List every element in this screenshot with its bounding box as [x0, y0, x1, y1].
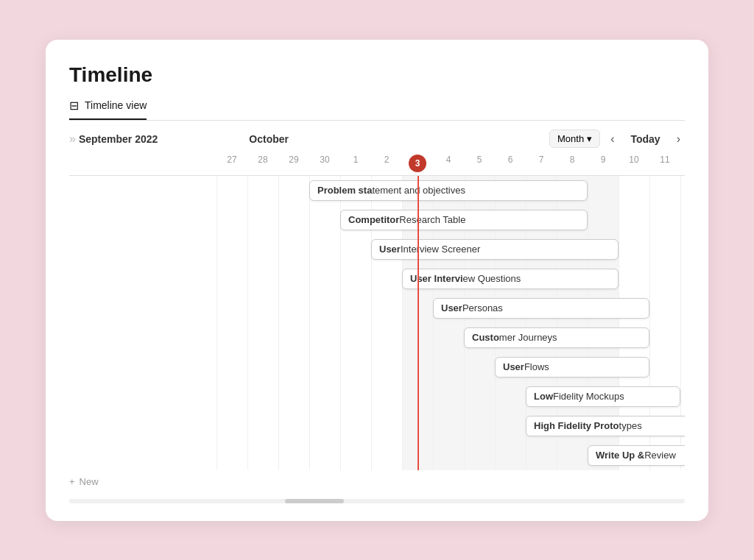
- task-bar-rest: Fidelity Mockups: [553, 391, 624, 402]
- today-button[interactable]: Today: [624, 130, 666, 148]
- controls-right: Month ▾ ‹ Today ›: [549, 130, 685, 149]
- task-bar-bold: User: [503, 361, 524, 372]
- task-row: User Flows: [69, 352, 685, 382]
- gantt-body: Problem statement and objectivesCompetit…: [69, 176, 685, 470]
- date-cell-11: 11: [649, 155, 680, 172]
- task-rows: Problem statement and objectivesCompetit…: [69, 176, 685, 470]
- task-bar-bold: Low: [534, 391, 553, 402]
- task-bar[interactable]: User Flows: [495, 357, 649, 378]
- date-cell-2: 2: [371, 155, 402, 172]
- task-row: Competitor Research Table: [69, 205, 685, 235]
- main-card: Timeline ⊟ Timeline view » September 202…: [46, 40, 708, 521]
- task-row: Low Fidelity Mockups: [69, 382, 685, 411]
- date-cell-7: 7: [526, 155, 557, 172]
- task-bar[interactable]: High Fidelity Prototypes: [526, 416, 685, 436]
- period-label: Month: [557, 133, 584, 144]
- task-bar-bold: User: [441, 302, 462, 313]
- task-bar-area: User Interview Questions: [216, 264, 685, 294]
- task-row: Customer Journeys: [69, 323, 685, 352]
- today-line: [417, 176, 419, 470]
- task-bar-rest: Personas: [462, 302, 503, 313]
- task-bar-bold: Custo: [472, 332, 499, 343]
- task-bar-area: High Fidelity Prototypes: [216, 411, 685, 441]
- chevron-down-icon: ▾: [587, 133, 592, 144]
- view-tab-label: Timeline view: [85, 99, 147, 111]
- date-cell-28: 28: [247, 155, 278, 172]
- new-row-label: New: [80, 476, 99, 487]
- task-row: User Interview Screener: [69, 235, 685, 264]
- task-bar-rest: Interview Screener: [401, 244, 480, 255]
- task-bar-bold: Write Up &: [596, 450, 644, 461]
- date-cell-29: 29: [278, 155, 309, 172]
- task-bar-rest: Review: [644, 450, 676, 461]
- task-bar-bold: User: [379, 244, 401, 255]
- today-circle: 3: [409, 155, 426, 172]
- scrollbar-thumb[interactable]: [285, 499, 344, 503]
- date-cell-5: 5: [464, 155, 495, 172]
- task-bar-area: Low Fidelity Mockups: [216, 382, 685, 411]
- task-bar-area: User Flows: [216, 352, 685, 382]
- prev-nav-button[interactable]: ‹: [606, 130, 619, 149]
- period-selector[interactable]: Month ▾: [549, 130, 600, 148]
- double-chevron-icon: »: [69, 132, 76, 146]
- task-bar-bold: Competitor: [348, 214, 399, 225]
- date-cell-3: 3: [402, 155, 433, 172]
- date-cell-27: 27: [216, 155, 247, 172]
- task-bar-area: Problem statement and objectives: [216, 176, 685, 205]
- task-bar-rest: ew Questions: [463, 273, 521, 284]
- task-bar-area: Customer Journeys: [216, 323, 685, 352]
- prev-month-label: September 2022: [79, 133, 158, 145]
- task-bar[interactable]: User Personas: [433, 298, 649, 319]
- new-row[interactable]: + New: [69, 470, 685, 490]
- task-row: Write Up & Review: [69, 441, 685, 470]
- task-bar[interactable]: Competitor Research Table: [340, 210, 588, 230]
- date-cell-1: 1: [340, 155, 371, 172]
- date-cell-30: 30: [309, 155, 340, 172]
- month-nav: » September 2022 October: [69, 132, 289, 146]
- task-row: User Personas: [69, 294, 685, 323]
- task-row: High Fidelity Prototypes: [69, 411, 685, 441]
- date-cell-8: 8: [557, 155, 588, 172]
- task-row: Problem statement and objectives: [69, 176, 685, 205]
- task-row: User Interview Questions: [69, 264, 685, 294]
- timeline-icon: ⊟: [69, 99, 79, 113]
- task-bar-area: Competitor Research Table: [216, 205, 685, 235]
- task-bar-area: User Personas: [216, 294, 685, 323]
- date-cell-4: 4: [433, 155, 464, 172]
- plus-icon: +: [69, 476, 75, 487]
- task-bar-bold: Problem sta: [317, 185, 372, 196]
- view-tab[interactable]: ⊟ Timeline view: [69, 99, 147, 120]
- gantt-wrapper: 272829301234567891011121314 Problem stat…: [69, 155, 685, 503]
- date-cell-12: 12: [680, 155, 685, 172]
- task-bar[interactable]: User Interview Screener: [371, 239, 619, 260]
- dates-row: 272829301234567891011121314: [69, 155, 685, 176]
- task-bar[interactable]: Low Fidelity Mockups: [526, 386, 680, 407]
- date-cell-10: 10: [619, 155, 649, 172]
- task-bar-rest: types: [619, 420, 642, 431]
- task-bar-rest: Flows: [524, 361, 549, 372]
- dates-track: 272829301234567891011121314: [216, 155, 685, 172]
- task-bar[interactable]: Write Up & Review: [588, 445, 685, 466]
- page-title: Timeline: [69, 63, 685, 87]
- task-bar-area: Write Up & Review: [216, 441, 685, 470]
- date-cell-6: 6: [495, 155, 526, 172]
- task-bar[interactable]: Problem statement and objectives: [309, 180, 588, 201]
- timeline-controls: » September 2022 October Month ▾ ‹ Today…: [69, 121, 685, 155]
- task-bar-rest: mer Journeys: [499, 332, 557, 343]
- next-nav-button[interactable]: ›: [672, 130, 685, 149]
- scrollbar-track[interactable]: [69, 499, 685, 503]
- curr-month-label: October: [249, 133, 289, 145]
- task-bar-bold: High Fidelity Proto: [534, 420, 619, 431]
- task-bar[interactable]: User Interview Questions: [402, 269, 619, 289]
- task-bar-area: User Interview Screener: [216, 235, 685, 264]
- task-bar[interactable]: Customer Journeys: [464, 327, 649, 348]
- task-bar-rest: Research Table: [399, 214, 465, 225]
- date-cell-9: 9: [588, 155, 619, 172]
